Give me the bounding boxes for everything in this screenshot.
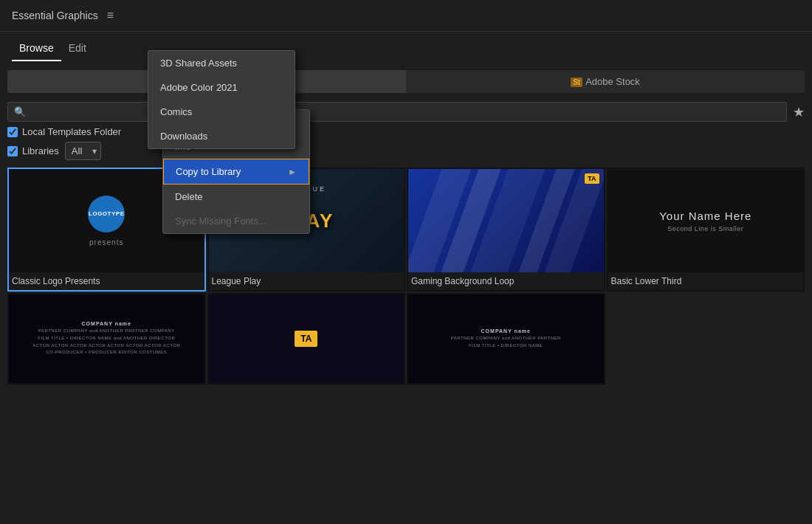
libraries-filter-row: Libraries All [7,142,805,160]
lower-third-subtitle: Second Line is Smaller [667,225,743,232]
submenu-item-downloads[interactable]: Downloads [148,124,295,148]
template-label-classic: Classic Logo Presents [9,272,204,290]
favorites-icon[interactable]: ★ [793,104,805,120]
search-row: 🔍 ★ [7,102,805,122]
app-header: Essential Graphics ≡ [0,0,812,32]
libraries-select-wrap: All [65,142,101,160]
ctx-delete[interactable]: Delete [163,185,309,209]
tab-bar: Browse Edit [0,32,812,61]
chevron-right-icon: ► [288,167,297,177]
submenu-item-3d[interactable]: 3D Shared Assets [148,51,295,75]
credits-company-text: COMPANY name [82,321,131,326]
ctx-sync-missing-fonts: Sync Missing Fonts... [163,209,309,233]
app-title: Essential Graphics [12,10,98,21]
template-grid: LOGOTYPE presents Classic Logo Presents … [7,168,805,292]
credits-line4: CO-PRODUCER • PRODUCER EDITOR COSTUMES [46,349,167,356]
template-label-lower: Basic Lower Third [608,272,804,290]
template-thumb-lower: Your Name Here Second Line is Smaller [608,169,804,272]
credits2-line2: FILM TITLE • DIRECTOR NAME [469,342,543,350]
ctx-copy-to-library[interactable]: Copy to Library ► [163,159,309,185]
libraries-select[interactable]: All [65,142,101,160]
template-thumb-credits1: COMPANY name PARTNER COMPANY and ANOTHER… [9,294,204,383]
classic-presents-text: presents [89,238,123,247]
template-thumb-gaming: TA [408,169,604,272]
template-card-credits1[interactable]: COMPANY name PARTNER COMPANY and ANOTHER… [7,293,206,385]
template-label-gaming: Gaming Background Loop [408,272,604,290]
ta-badge-2: TA [295,331,317,347]
submenu-item-comics[interactable]: Comics [148,100,295,124]
template-thumb-ta2: TA [209,294,405,383]
adobe-stock-btn[interactable]: StAdobe Stock [406,70,805,93]
libraries-checkbox[interactable] [7,146,18,156]
template-label-league: League Play [209,272,405,290]
template-card-credits2[interactable]: COMPANY name PARTNER COMPANY and ANOTHER… [407,293,605,385]
copy-to-library-submenu: 3D Shared Assets Adobe Color 2021 Comics… [148,50,295,149]
search-icon: 🔍 [14,106,26,117]
credits-line3: ACTOR ACTOR ACTOR ACTOR ACTOR ACTOR ACTO… [32,342,180,350]
ta-badge-gaming: TA [585,173,599,184]
classic-logo-circle: LOGOTYPE [88,196,125,232]
credits-line2: FILM TITLE • DIRECTOR NAME and ANOTHER D… [38,335,175,342]
st-badge: St [571,77,582,87]
credits-line1: PARTNER COMPANY and ANOTHER PARTNER COMP… [38,328,175,335]
credits2-line1: PARTNER COMPANY and ANOTHER PARTNER [451,335,561,342]
search-input-wrap: 🔍 [7,102,787,122]
gaming-bars [408,169,604,272]
credits2-company: COMPANY name [481,328,531,334]
template-card-gaming-bg[interactable]: TA Gaming Background Loop [407,168,605,292]
template-grid-row2: COMPANY name PARTNER COMPANY and ANOTHER… [7,293,805,385]
menu-icon[interactable]: ≡ [107,9,114,22]
template-card-lower-third[interactable]: Your Name Here Second Line is Smaller Ba… [607,168,805,292]
lower-third-name: Your Name Here [659,210,751,222]
local-templates-filter-row: Local Templates Folder [7,126,805,137]
local-templates-label: Local Templates Folder [7,126,121,137]
submenu-item-adobe-color[interactable]: Adobe Color 2021 [148,75,295,100]
template-card-ta2[interactable]: TA [207,293,406,385]
local-templates-checkbox[interactable] [7,127,18,137]
search-input[interactable] [30,106,780,117]
libraries-label: Libraries [7,145,59,156]
tab-edit[interactable]: Edit [61,38,94,61]
template-thumb-credits2: COMPANY name PARTNER COMPANY and ANOTHER… [408,294,604,383]
source-toggle: My Templates StAdobe Stock [7,70,805,93]
tab-browse[interactable]: Browse [12,38,61,61]
